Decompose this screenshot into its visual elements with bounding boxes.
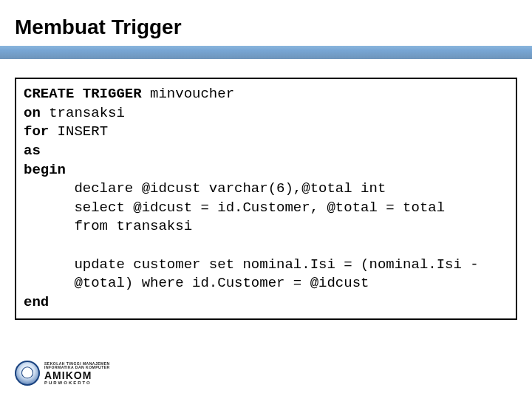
code-text: @total) where id.Customer = @idcust (24, 275, 369, 291)
footer-logo: SEKOLAH TINGGI MANAJEMEN INFORMATIKA DAN… (15, 361, 110, 386)
code-keyword: end (24, 294, 49, 310)
code-keyword: begin (24, 162, 66, 178)
footer-logo-text: SEKOLAH TINGGI MANAJEMEN INFORMATIKA DAN… (44, 362, 110, 385)
code-text: INSERT (49, 123, 108, 140)
code-text: update customer set nominal.Isi = (nomin… (24, 256, 479, 273)
code-keyword: on (24, 105, 41, 121)
code-text: select @idcust = id.Customer, @total = t… (24, 200, 445, 216)
code-block: CREATE TRIGGER minvoucher on transaksi f… (15, 78, 517, 320)
code-text: from transaksi (24, 218, 192, 234)
slide-title: Membuat Trigger (15, 16, 182, 39)
code-text: transaksi (41, 105, 125, 121)
code-text: declare @idcust varchar(6),@total int (24, 180, 386, 197)
code-content: CREATE TRIGGER minvoucher on transaksi f… (24, 85, 508, 313)
code-keyword: as (24, 143, 41, 159)
code-text: minvoucher (142, 86, 234, 102)
footer-line2: INFORMATIKA DAN KOMPUTER (44, 366, 110, 369)
title-bar: Membuat Trigger (0, 9, 532, 46)
footer-main: AMIKOM (44, 370, 110, 381)
footer-sub: PURWOKERTO (44, 381, 110, 385)
amikom-seal-icon (15, 361, 40, 386)
code-keyword: CREATE TRIGGER (24, 86, 142, 102)
code-keyword: for (24, 123, 49, 140)
